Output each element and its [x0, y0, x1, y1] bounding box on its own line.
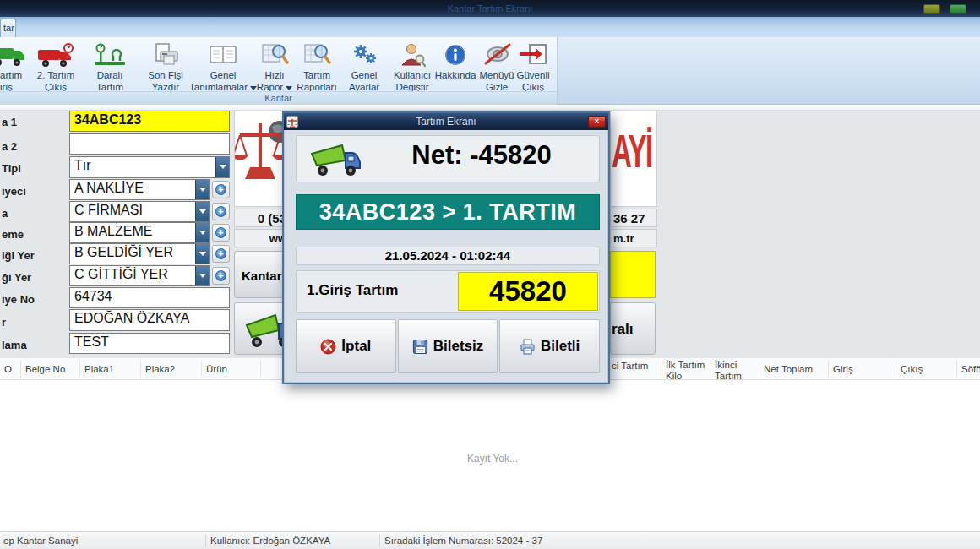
titlebar-button-2[interactable] — [950, 4, 966, 14]
combo-arrow-icon[interactable] — [195, 223, 209, 242]
net-weight-value: Net: -45820 — [368, 140, 596, 171]
combo-arrow-icon[interactable] — [195, 202, 209, 221]
col-header[interactable]: İlk Tartım Kilo — [666, 360, 710, 382]
form-label-geldigi-yer: iği Yer — [2, 249, 35, 262]
form-label-nakliyeci: iyeci — [2, 185, 26, 198]
nakliyeci-add-button[interactable] — [212, 181, 230, 198]
malzeme-combo[interactable]: B MALZEME — [69, 222, 210, 243]
report-magnifier-icon — [259, 42, 290, 68]
truck-red-icon — [37, 42, 74, 68]
col-header[interactable]: Çıkış — [901, 364, 923, 375]
gears-icon — [350, 42, 378, 68]
kantar-display-label: Kantar — [234, 251, 289, 298]
user-icon — [398, 42, 427, 68]
company-logo-right: AYİ — [610, 111, 657, 207]
ribbon-panel-kantar: artım iriş 2. Tartım Çıkış Daralı Tartım — [0, 37, 558, 105]
col-header[interactable]: Giriş — [833, 364, 853, 375]
darali-button-partial[interactable]: ralı — [610, 302, 656, 355]
dialog-scale-icon — [286, 116, 298, 128]
dialog-buttons: İptal Biletsiz Biletli — [296, 319, 600, 373]
col-header[interactable]: ci Tartım — [612, 361, 658, 372]
dialog-titlebar[interactable]: Tartım Ekranı — [284, 113, 608, 130]
form-label-gittigi-yer: ği Yer — [2, 271, 31, 284]
exit-icon — [519, 42, 547, 68]
dialog-title: Tartım Ekranı — [416, 116, 476, 128]
nakliyeci-combo[interactable]: A NAKLİYE — [69, 179, 210, 200]
web-row-left: ww — [234, 229, 289, 247]
first-weight-value: 45820 — [458, 272, 598, 311]
form-label-plaka1: a 1 — [2, 116, 17, 128]
form-label-irsaliye-no: iye No — [2, 293, 35, 306]
toolbar-item-2-tartim-cikis[interactable]: 2. Tartım Çıkış — [29, 42, 83, 93]
truck-green-icon — [0, 42, 26, 68]
plus-icon — [215, 184, 226, 195]
truck-button-partial[interactable] — [234, 302, 289, 355]
aciklama-input[interactable]: TEST — [69, 333, 230, 354]
ribbon-group-label: Kantar — [0, 91, 557, 105]
plaka1-input[interactable]: 34ABC123 — [69, 111, 230, 132]
printer-icon — [150, 42, 181, 68]
irsaliye-no-input[interactable]: 64734 — [69, 287, 230, 308]
truck-green-icon — [308, 142, 361, 177]
form-label-plaka2: a 2 — [2, 140, 17, 153]
statusbar: ep Kantar Sanayi Kullanıcı: Erdoğan ÖZKA… — [0, 531, 980, 549]
biletsiz-button[interactable]: Biletsiz — [398, 319, 498, 373]
weight-display-partial — [610, 251, 656, 298]
col-header[interactable]: Belge No — [25, 364, 65, 375]
geldigi-yer-add-button[interactable] — [212, 245, 230, 263]
first-weight-label: 1.Giriş Tartım — [307, 282, 398, 299]
gittigi-yer-add-button[interactable] — [212, 267, 230, 285]
geldigi-yer-combo[interactable]: B GELDİĞİ YER — [69, 243, 210, 264]
phone-row-right: 36 27 — [610, 209, 657, 227]
col-header[interactable]: O — [4, 364, 12, 375]
hide-menu-eye-icon — [482, 42, 512, 68]
window-titlebar: Kantar Tartım Ekranı — [0, 0, 980, 17]
ribbon-tabstrip — [0, 17, 980, 37]
malzeme-add-button[interactable] — [212, 224, 230, 242]
toolbar-item-label: 2. Tartım — [29, 69, 83, 81]
gittigi-yer-combo[interactable]: C GİTTİĞİ YER — [69, 265, 210, 286]
col-header[interactable]: Ürün — [206, 364, 227, 375]
plaka2-input[interactable] — [69, 133, 230, 155]
statusbar-company: ep Kantar Sanayi — [3, 535, 78, 546]
book-icon — [206, 42, 240, 68]
col-header[interactable]: Plaka2 — [145, 364, 175, 375]
dialog-close-button[interactable] — [588, 116, 606, 128]
window-title: Kantar Tartım Ekranı — [0, 0, 980, 17]
iptal-button[interactable]: İptal — [296, 319, 396, 373]
firma-combo[interactable]: C FİRMASI — [69, 201, 210, 222]
firma-add-button[interactable] — [212, 203, 230, 220]
col-header[interactable]: Plaka1 — [84, 364, 114, 375]
statusbar-next-number: Sıradaki İşlem Numarası: 52024 - 37 — [384, 535, 542, 546]
plus-icon — [215, 270, 226, 281]
biletli-button[interactable]: Biletli — [499, 319, 600, 373]
form-label-aciklama: lama — [2, 339, 27, 351]
save-floppy-icon — [412, 339, 428, 355]
tartim-dialog: Tartım Ekranı Net: -45820 34ABC123 > 1. … — [282, 111, 610, 384]
sofor-input[interactable]: EDOĞAN ÖZKAYA — [69, 309, 230, 331]
combo-arrow-icon[interactable] — [215, 157, 229, 177]
col-header[interactable]: Net Toplam — [764, 364, 813, 375]
col-header[interactable]: Söfö — [961, 364, 980, 375]
form-label-sofor: r — [2, 316, 6, 329]
toolbar-item-label: Daralı — [83, 69, 137, 81]
titlebar-button-1[interactable] — [923, 4, 940, 14]
balance-scale-logo-icon — [235, 111, 288, 206]
tab-kantar[interactable]: tar — [0, 19, 16, 37]
combo-arrow-icon[interactable] — [195, 244, 209, 264]
form-label-firma: a — [2, 207, 8, 220]
toolbar-item-guvenli-cikis[interactable]: Güvenli Çıkış — [509, 42, 558, 93]
company-logo-left — [234, 111, 289, 207]
scale-icon — [93, 42, 127, 68]
net-panel: Net: -45820 — [296, 135, 600, 182]
plus-icon — [215, 227, 226, 238]
combo-arrow-icon[interactable] — [195, 180, 209, 199]
form-label-malzeme: eme — [2, 228, 24, 241]
toolbar-item-darali-tartim[interactable]: Daralı Tartım — [83, 42, 137, 93]
plus-icon — [215, 248, 226, 259]
arac-tipi-combo[interactable]: Tır — [69, 156, 230, 178]
first-weight-row: 1.Giriş Tartım 45820 — [296, 270, 600, 313]
combo-arrow-icon[interactable] — [195, 266, 209, 285]
form-label-tipi: Tipi — [2, 162, 21, 175]
info-icon — [443, 42, 468, 68]
